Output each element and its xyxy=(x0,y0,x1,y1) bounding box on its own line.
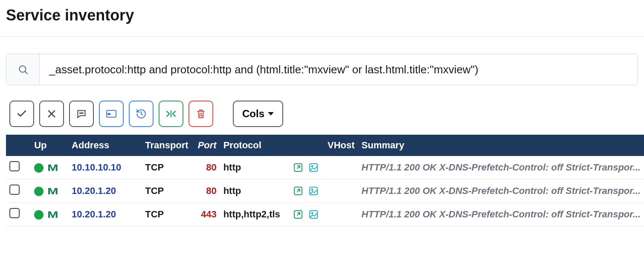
svg-point-17 xyxy=(312,189,313,191)
transport-value: TCP xyxy=(145,162,164,173)
search-bar xyxy=(6,54,638,85)
open-link-icon[interactable] xyxy=(293,185,304,196)
card-button[interactable] xyxy=(99,101,124,127)
status-up-icon xyxy=(34,187,44,196)
port-value: 80 xyxy=(206,185,216,196)
svg-rect-8 xyxy=(108,113,110,115)
row-checkbox[interactable] xyxy=(9,185,20,195)
columns-button-label: Cols xyxy=(242,108,264,120)
caret-down-icon xyxy=(268,112,274,116)
row-checkbox[interactable] xyxy=(9,208,20,218)
delete-button[interactable] xyxy=(189,101,213,127)
protocol-value: http,http2,tls xyxy=(223,209,280,220)
transport-value: TCP xyxy=(145,185,164,196)
transport-value: TCP xyxy=(145,209,164,220)
header-transport[interactable]: Transport xyxy=(142,135,194,156)
svg-point-4 xyxy=(80,113,81,114)
screenshot-icon[interactable] xyxy=(308,162,319,173)
header-summary[interactable]: Summary xyxy=(358,135,644,156)
confirm-button[interactable] xyxy=(9,101,34,127)
status-up-icon xyxy=(34,163,44,173)
summary-text: HTTP/1.1 200 OK X-DNS-Prefetch-Control: … xyxy=(362,185,641,196)
history-button[interactable] xyxy=(129,101,154,127)
search-icon[interactable] xyxy=(6,54,40,85)
address-link[interactable]: 10.20.1.20 xyxy=(72,209,116,220)
summary-text: HTTP/1.1 200 OK X-DNS-Prefetch-Control: … xyxy=(362,162,641,173)
page-title: Service inventory xyxy=(0,0,644,37)
trash-icon xyxy=(196,108,206,119)
svg-line-1 xyxy=(25,72,27,74)
address-link[interactable]: 10.20.1.20 xyxy=(72,185,116,196)
toolbar: Cols xyxy=(0,85,644,135)
table-row: M 10.20.1.20 TCP 80 http HTTP/1.1 200 OK… xyxy=(6,179,644,203)
row-checkbox[interactable] xyxy=(9,161,20,171)
vendor-logo-icon: M xyxy=(47,162,56,173)
svg-point-14 xyxy=(312,166,313,167)
comment-icon xyxy=(76,108,87,119)
search-input[interactable] xyxy=(40,54,638,85)
columns-button[interactable]: Cols xyxy=(233,101,283,127)
merge-button[interactable] xyxy=(159,101,183,127)
vendor-logo-icon: M xyxy=(47,186,56,197)
port-value: 80 xyxy=(206,162,216,173)
header-protocol[interactable]: Protocol xyxy=(220,135,290,156)
header-port[interactable]: Port xyxy=(194,135,220,156)
history-icon xyxy=(136,108,147,119)
header-address[interactable]: Address xyxy=(68,135,142,156)
table-row: M 10.10.10.10 TCP 80 http HTTP/1.1 200 O… xyxy=(6,156,644,179)
screenshot-icon[interactable] xyxy=(308,209,319,220)
screenshot-icon[interactable] xyxy=(308,185,319,196)
protocol-value: http xyxy=(223,185,241,196)
x-icon xyxy=(46,109,57,119)
service-table: Up Address Transport Port Protocol VHost… xyxy=(6,135,644,226)
open-link-icon[interactable] xyxy=(293,162,304,173)
svg-point-20 xyxy=(312,213,313,214)
status-up-icon xyxy=(34,210,44,220)
comment-button[interactable] xyxy=(69,101,94,127)
summary-text: HTTP/1.1 200 OK X-DNS-Prefetch-Control: … xyxy=(362,209,641,220)
check-icon xyxy=(16,108,27,119)
protocol-value: http xyxy=(223,162,241,173)
vendor-logo-icon: M xyxy=(47,209,56,220)
svg-point-6 xyxy=(82,113,83,114)
card-icon xyxy=(106,109,117,118)
address-link[interactable]: 10.10.10.10 xyxy=(72,162,121,173)
svg-point-5 xyxy=(81,113,82,114)
open-link-icon[interactable] xyxy=(293,209,304,220)
header-vhost[interactable]: VHost xyxy=(324,135,358,156)
table-row: M 10.20.1.20 TCP 443 http,http2,tls HTTP… xyxy=(6,203,644,226)
header-up[interactable]: Up xyxy=(31,135,68,156)
merge-icon xyxy=(165,109,177,118)
cancel-button[interactable] xyxy=(39,101,64,127)
port-value: 443 xyxy=(201,209,217,220)
